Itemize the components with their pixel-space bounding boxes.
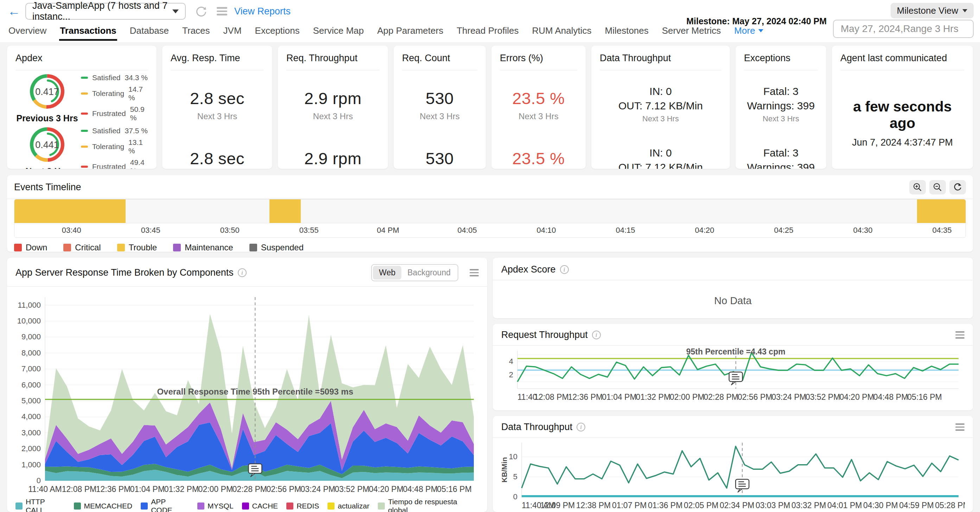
legend-label: Satisfied bbox=[92, 73, 121, 82]
divider bbox=[402, 70, 477, 70]
info-icon[interactable]: i bbox=[576, 423, 585, 431]
chevron-down-icon bbox=[758, 29, 763, 32]
svg-text:7,000: 7,000 bbox=[21, 364, 41, 373]
kpi-value-line: OUT: 7.12 KB/Min bbox=[600, 99, 721, 113]
info-icon[interactable]: i bbox=[560, 265, 569, 274]
legend-label: actualizar bbox=[338, 502, 369, 510]
info-icon[interactable]: i bbox=[238, 268, 247, 277]
apdex-score-card: Apdex Score i No Data bbox=[493, 258, 973, 318]
svg-text:1,000: 1,000 bbox=[21, 460, 41, 469]
legend-label: Satisfied bbox=[92, 127, 121, 135]
tab-rum-analytics[interactable]: RUM Analytics bbox=[532, 21, 591, 41]
data-throughput-chart[interactable]: 0510KB/Min11:40 AM12:09 PM12:38 PM01:07 … bbox=[501, 438, 965, 512]
legend-value: 37.5 % bbox=[125, 127, 148, 135]
timeline-event-block[interactable] bbox=[269, 199, 301, 223]
tab-server-metrics[interactable]: Server Metrics bbox=[662, 21, 721, 41]
legend-swatch bbox=[16, 502, 22, 510]
kpi-value-block: 2.9 rpmNext 3 Hrs bbox=[286, 89, 380, 121]
timeline-event-block[interactable] bbox=[14, 199, 126, 223]
legend-label: CACHE bbox=[252, 502, 278, 510]
legend-item: Down bbox=[14, 243, 47, 253]
svg-text:12:38 PM: 12:38 PM bbox=[576, 501, 611, 510]
tab-jvm[interactable]: JVM bbox=[223, 21, 242, 41]
timeline-tick-label: 04 PM bbox=[377, 226, 399, 235]
svg-text:01:36 PM: 01:36 PM bbox=[648, 501, 682, 510]
svg-text:0: 0 bbox=[37, 476, 41, 485]
apdex-gauge: 0.417Previous 3 Hrs bbox=[16, 72, 79, 123]
legend-swatch bbox=[286, 502, 293, 510]
application-selector[interactable]: Java-SampleApp (7 hosts and 7 instanc... bbox=[25, 3, 186, 20]
legend-swatch bbox=[173, 244, 181, 251]
milestone-view-button[interactable]: Milestone View bbox=[891, 3, 974, 18]
legend-swatch bbox=[117, 244, 125, 251]
svg-text:12:36 PM: 12:36 PM bbox=[96, 485, 130, 494]
svg-text:03:03 PM: 03:03 PM bbox=[756, 501, 790, 510]
divider bbox=[744, 70, 818, 70]
request-throughput-chart[interactable]: 2495th Percentile =4.43 cpm11:40..12:08 … bbox=[501, 346, 965, 402]
legend-item: Tiempo de respuesta global bbox=[378, 498, 479, 512]
svg-text:04:01 PM: 04:01 PM bbox=[827, 501, 862, 510]
chart-menu-icon[interactable] bbox=[469, 269, 479, 277]
legend-item: REDIS bbox=[286, 502, 319, 510]
timeline-tick-label: 04:30 bbox=[853, 226, 872, 235]
chart-menu-icon[interactable] bbox=[955, 423, 964, 431]
view-reports-link[interactable]: View Reports bbox=[234, 6, 291, 17]
back-arrow-icon[interactable]: ← bbox=[8, 5, 21, 17]
svg-text:0.441: 0.441 bbox=[35, 140, 59, 150]
info-icon[interactable]: i bbox=[592, 331, 601, 339]
tab-database[interactable]: Database bbox=[130, 21, 169, 41]
list-menu-icon[interactable] bbox=[217, 7, 227, 16]
gauge-period-label: Next 3 Hrs bbox=[16, 166, 79, 169]
tab-service-map[interactable]: Service Map bbox=[313, 21, 364, 41]
tab-overview[interactable]: Overview bbox=[8, 21, 46, 41]
kpi-value-block: 530Next 3 Hrs bbox=[402, 149, 477, 169]
tab-traces[interactable]: Traces bbox=[182, 21, 210, 41]
tab-thread-profiles[interactable]: Thread Profiles bbox=[457, 21, 519, 41]
zoom-out-icon[interactable] bbox=[929, 180, 946, 194]
events-timeline-chart[interactable]: 03:4003:4503:5003:5504 PM04:0504:1004:15… bbox=[14, 199, 966, 238]
kpi-value-block: 23.5 %Next 3 Hrs bbox=[500, 149, 577, 169]
chart-menu-icon[interactable] bbox=[955, 331, 964, 339]
timeline-event-block[interactable] bbox=[917, 199, 966, 223]
legend-item: Frustrated50.9 % bbox=[81, 105, 148, 122]
kpi-value: 530 bbox=[402, 149, 477, 168]
svg-text:04:48 PM: 04:48 PM bbox=[873, 393, 908, 402]
legend-label: MYSQL bbox=[208, 502, 234, 510]
legend-label: REDIS bbox=[296, 502, 319, 510]
tab-exceptions[interactable]: Exceptions bbox=[255, 21, 300, 41]
legend-swatch bbox=[81, 130, 88, 132]
timeline-tick-label: 04:10 bbox=[537, 226, 556, 235]
date-range-input[interactable]: May 27, 2024,Range 3 Hrs bbox=[833, 20, 974, 38]
tab-more[interactable]: More bbox=[734, 21, 763, 41]
legend-swatch bbox=[81, 113, 88, 114]
timeline-tick-label: 04:05 bbox=[458, 226, 477, 235]
legend-label: APP CODE bbox=[151, 498, 189, 512]
apdex-gauge-legend: Satisfied37.5 %Tolerating13.1 %Frustrate… bbox=[79, 127, 148, 169]
svg-text:5,000: 5,000 bbox=[21, 396, 41, 405]
svg-text:05:28 PM: 05:28 PM bbox=[935, 501, 965, 510]
zoom-in-icon[interactable] bbox=[909, 180, 926, 194]
kpi-value-block: 530Next 3 Hrs bbox=[402, 89, 477, 121]
kpi-value-line: Fatal: 3 bbox=[744, 84, 818, 99]
tab-milestones[interactable]: Milestones bbox=[605, 21, 649, 41]
svg-text:11,000: 11,000 bbox=[18, 301, 41, 310]
data-throughputcard: Data ThroughputIN: 0OUT: 7.12 KB/MinNext… bbox=[591, 46, 730, 169]
tab-transactions[interactable]: Transactions bbox=[60, 21, 116, 41]
apdex-score-title: Apdex Score bbox=[501, 264, 556, 275]
refresh-icon[interactable] bbox=[195, 5, 208, 17]
events-timeline-title: Events Timeline bbox=[14, 182, 81, 193]
tab-app-parameters[interactable]: App Parameters bbox=[377, 21, 443, 41]
timeline-tick-label: 03:40 bbox=[62, 226, 81, 235]
toggle-background[interactable]: Background bbox=[401, 266, 457, 280]
svg-text:9,000: 9,000 bbox=[21, 332, 41, 341]
components-stacked-area-chart[interactable]: 01,0002,0003,0004,0005,0006,0007,0008,00… bbox=[16, 286, 479, 495]
reset-zoom-icon[interactable] bbox=[950, 180, 966, 194]
legend-label: Suspended bbox=[261, 243, 304, 253]
legend-item: HTTP CALL bbox=[16, 498, 65, 512]
legend-item: MYSQL bbox=[197, 502, 234, 510]
kpi-value: 2.8 sec bbox=[170, 149, 264, 168]
toggle-web[interactable]: Web bbox=[373, 266, 401, 280]
legend-label: Tiempo de respuesta global bbox=[388, 498, 479, 512]
timeline-tick-label: 03:50 bbox=[220, 226, 240, 235]
svg-text:02:34 PM: 02:34 PM bbox=[720, 501, 754, 510]
